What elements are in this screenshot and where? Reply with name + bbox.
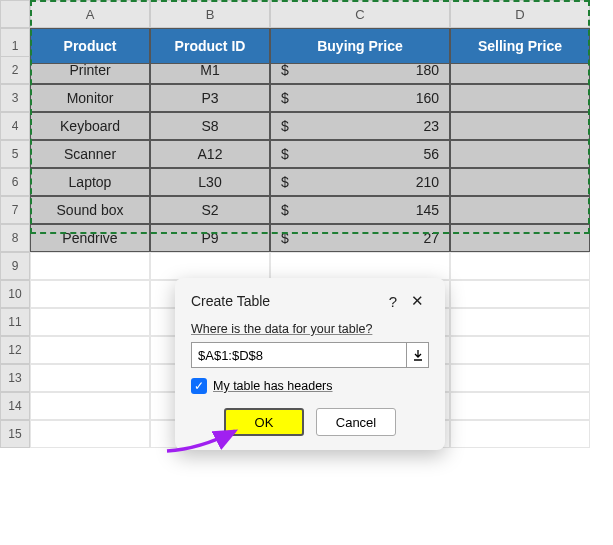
cell-product-4[interactable]: Keyboard <box>30 112 150 140</box>
empty-cell[interactable] <box>30 308 150 336</box>
empty-cell[interactable] <box>450 392 590 420</box>
row-header-6[interactable]: 6 <box>0 168 30 196</box>
header-buying-price[interactable]: Buying Price <box>270 28 450 64</box>
cell-price-8[interactable]: $27 <box>270 224 450 252</box>
range-input[interactable] <box>192 348 406 363</box>
cell-product-6[interactable]: Laptop <box>30 168 150 196</box>
create-table-dialog: Create Table ? ✕ Where is the data for y… <box>175 278 445 450</box>
cell-price-3[interactable]: $160 <box>270 84 450 112</box>
row-header-13[interactable]: 13 <box>0 364 30 392</box>
row-header-11[interactable]: 11 <box>0 308 30 336</box>
cell-product-3[interactable]: Monitor <box>30 84 150 112</box>
cancel-button[interactable]: Cancel <box>316 408 396 436</box>
row-header-5[interactable]: 5 <box>0 140 30 168</box>
empty-cell[interactable] <box>30 420 150 448</box>
row-header-12[interactable]: 12 <box>0 336 30 364</box>
cell-id-5[interactable]: A12 <box>150 140 270 168</box>
dialog-title: Create Table <box>191 293 381 309</box>
cell-price-6[interactable]: $210 <box>270 168 450 196</box>
cell-id-7[interactable]: S2 <box>150 196 270 224</box>
row-header-8[interactable]: 8 <box>0 224 30 252</box>
col-header-C[interactable]: C <box>270 0 450 28</box>
corner-cell <box>0 0 30 28</box>
empty-cell[interactable] <box>30 252 150 280</box>
empty-cell[interactable] <box>450 280 590 308</box>
empty-cell[interactable] <box>450 364 590 392</box>
empty-cell[interactable] <box>30 392 150 420</box>
empty-cell[interactable] <box>30 336 150 364</box>
row-header-10[interactable]: 10 <box>0 280 30 308</box>
empty-cell[interactable] <box>30 280 150 308</box>
cell-id-4[interactable]: S8 <box>150 112 270 140</box>
empty-cell[interactable] <box>150 252 270 280</box>
range-field <box>191 342 429 368</box>
empty-cell[interactable] <box>450 308 590 336</box>
ok-button[interactable]: OK <box>224 408 304 436</box>
headers-checkbox-label: My table has headers <box>213 379 333 393</box>
dialog-prompt: Where is the data for your table? <box>191 322 429 336</box>
cell-product-7[interactable]: Sound box <box>30 196 150 224</box>
row-header-14[interactable]: 14 <box>0 392 30 420</box>
row-header-9[interactable]: 9 <box>0 252 30 280</box>
empty-cell[interactable] <box>30 364 150 392</box>
cell-selling-7[interactable] <box>450 196 590 224</box>
close-icon[interactable]: ✕ <box>405 292 429 310</box>
header-product-id[interactable]: Product ID <box>150 28 270 64</box>
cell-price-5[interactable]: $56 <box>270 140 450 168</box>
headers-checkbox[interactable]: ✓ <box>191 378 207 394</box>
cell-id-8[interactable]: P9 <box>150 224 270 252</box>
cell-selling-5[interactable] <box>450 140 590 168</box>
row-header-7[interactable]: 7 <box>0 196 30 224</box>
empty-cell[interactable] <box>450 420 590 448</box>
cell-price-7[interactable]: $145 <box>270 196 450 224</box>
row-header-4[interactable]: 4 <box>0 112 30 140</box>
row-header-15[interactable]: 15 <box>0 420 30 448</box>
cell-product-8[interactable]: Pendrive <box>30 224 150 252</box>
cell-product-5[interactable]: Scanner <box>30 140 150 168</box>
row-header-3[interactable]: 3 <box>0 84 30 112</box>
col-header-B[interactable]: B <box>150 0 270 28</box>
row-header-2[interactable]: 2 <box>0 56 30 84</box>
col-header-A[interactable]: A <box>30 0 150 28</box>
cell-price-4[interactable]: $23 <box>270 112 450 140</box>
help-icon[interactable]: ? <box>381 293 405 310</box>
header-product[interactable]: Product <box>30 28 150 64</box>
cell-id-3[interactable]: P3 <box>150 84 270 112</box>
col-header-D[interactable]: D <box>450 0 590 28</box>
cell-selling-3[interactable] <box>450 84 590 112</box>
cell-selling-6[interactable] <box>450 168 590 196</box>
header-selling-price[interactable]: Selling Price <box>450 28 590 64</box>
empty-cell[interactable] <box>450 336 590 364</box>
empty-cell[interactable] <box>270 252 450 280</box>
empty-cell[interactable] <box>450 252 590 280</box>
collapse-range-icon[interactable] <box>406 343 428 367</box>
cell-selling-4[interactable] <box>450 112 590 140</box>
cell-id-6[interactable]: L30 <box>150 168 270 196</box>
cell-selling-8[interactable] <box>450 224 590 252</box>
